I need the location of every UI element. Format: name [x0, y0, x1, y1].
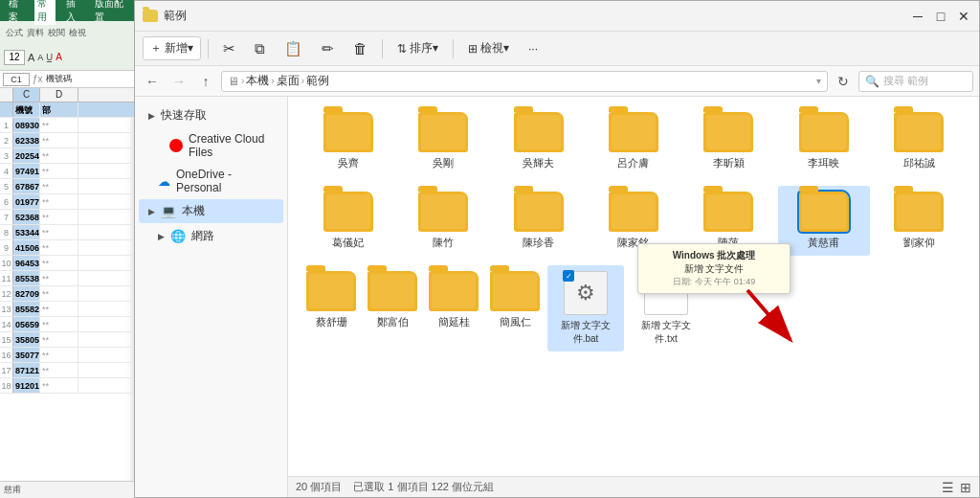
- folder-item[interactable]: 李珥映: [778, 106, 869, 176]
- folder-item[interactable]: 陳珍香: [493, 186, 584, 256]
- excel-cell-d[interactable]: **: [40, 133, 78, 147]
- excel-font-a-small[interactable]: A: [37, 53, 43, 62]
- folder-item[interactable]: 劉家仰: [874, 186, 965, 256]
- excel-cell-d[interactable]: **: [40, 194, 78, 209]
- bat-file-item[interactable]: ⚙ 新增 文字文件.bat: [547, 265, 624, 351]
- folder-item[interactable]: 簡延桂: [425, 265, 482, 335]
- sidebar-item-this-pc[interactable]: ▶ 💻 本機: [139, 199, 283, 223]
- excel-cell-d[interactable]: **: [40, 179, 78, 193]
- excel-cell-d[interactable]: **: [40, 210, 78, 224]
- excel-cell-c[interactable]: 8553854: [13, 271, 40, 285]
- path-part-pc[interactable]: 本機: [246, 73, 269, 89]
- excel-cell-c[interactable]: 3580501: [13, 332, 40, 347]
- excel-cell-d[interactable]: **: [40, 118, 78, 132]
- sidebar-item-network[interactable]: ▶ 🌐 網路: [139, 224, 283, 248]
- excel-cell-d[interactable]: **: [40, 332, 78, 347]
- excel-cell-c[interactable]: 2025429: [13, 148, 40, 163]
- folder-item[interactable]: 呂介膚: [588, 106, 679, 176]
- folder-item[interactable]: 李昕穎: [683, 106, 774, 176]
- delete-button[interactable]: 🗑: [345, 36, 375, 60]
- excel-cell-d[interactable]: **: [40, 348, 78, 362]
- search-box[interactable]: 🔍 搜尋 範例: [858, 71, 973, 92]
- excel-name-box[interactable]: C1: [3, 73, 30, 86]
- excel-font-size[interactable]: 12: [4, 50, 25, 65]
- view-button[interactable]: ⊞ 檢視▾: [460, 36, 517, 60]
- forward-button[interactable]: →: [167, 70, 190, 93]
- excel-cell-c[interactable]: 9749186: [13, 164, 40, 178]
- sidebar-item-onedrive[interactable]: ☁ OneDrive - Personal: [139, 164, 283, 198]
- excel-tab-insert[interactable]: 插入: [63, 0, 84, 25]
- path-dropdown-chevron[interactable]: ▾: [816, 76, 821, 86]
- excel-cell-c[interactable]: 5334402: [13, 225, 40, 239]
- excel-cell-c[interactable]: 6233898: [13, 133, 40, 147]
- maximize-button[interactable]: □: [933, 9, 948, 24]
- folder-item[interactable]: 陳萍: [683, 186, 774, 256]
- back-button[interactable]: ←: [141, 70, 164, 93]
- excel-sheet-tab[interactable]: 慈甫: [4, 484, 21, 496]
- close-button[interactable]: ✕: [956, 9, 971, 24]
- minimize-button[interactable]: ─: [910, 9, 925, 24]
- excel-cell-d[interactable]: **: [40, 317, 78, 331]
- folder-item[interactable]: 陳竹: [397, 186, 488, 256]
- excel-cell-c[interactable]: 9120156: [13, 378, 40, 393]
- excel-cell-c[interactable]: 9645384: [13, 256, 40, 270]
- copy-button[interactable]: ⧉: [247, 36, 273, 61]
- folder-item[interactable]: 吳輝夫: [493, 106, 584, 176]
- excel-underline-btn[interactable]: U̲: [46, 52, 53, 62]
- excel-cell-d[interactable]: **: [40, 302, 78, 316]
- excel-col-c[interactable]: C: [13, 88, 40, 102]
- excel-tab-review[interactable]: 校閱: [48, 27, 65, 39]
- excel-cell-c[interactable]: 0565946: [13, 317, 40, 331]
- grid-view-button[interactable]: ⊞: [960, 480, 971, 495]
- folder-item[interactable]: 簡風仁: [486, 265, 544, 335]
- excel-cell-d[interactable]: **: [40, 148, 78, 163]
- excel-cell-d[interactable]: **: [40, 378, 78, 393]
- paste-button[interactable]: 📋: [277, 36, 310, 61]
- up-button[interactable]: ↑: [194, 70, 217, 93]
- excel-cell-d[interactable]: **: [40, 240, 78, 255]
- excel-tab-view[interactable]: 檢視: [69, 27, 86, 39]
- sidebar-item-quick-access[interactable]: ▶ 快速存取: [139, 103, 283, 127]
- list-view-button[interactable]: ☰: [942, 480, 954, 495]
- excel-cell-c[interactable]: 8712132: [13, 363, 40, 377]
- folder-item[interactable]: 黃慈甫: [778, 186, 869, 256]
- sidebar-item-creative-cloud[interactable]: Creative Cloud Files: [139, 128, 283, 163]
- txt-file-item[interactable]: 新增 文字文件.txt Windows 批次處理 新增 文字文件 日期: 今天 …: [628, 265, 704, 351]
- excel-cell-d[interactable]: **: [40, 225, 78, 239]
- excel-tab-layout[interactable]: 版面配置: [92, 0, 128, 25]
- more-button[interactable]: ···: [521, 38, 546, 59]
- excel-cell-d[interactable]: **: [40, 286, 78, 301]
- folder-item[interactable]: 吳剛: [397, 106, 488, 176]
- excel-cell-c[interactable]: 0197754: [13, 194, 40, 209]
- excel-cell-d[interactable]: **: [40, 256, 78, 270]
- folder-item[interactable]: 邱祐誠: [874, 106, 965, 176]
- excel-cell-c[interactable]: 0893032: [13, 118, 40, 132]
- path-part-desktop[interactable]: 桌面: [277, 73, 300, 89]
- excel-tab-home[interactable]: 常用: [34, 0, 56, 25]
- excel-cell-d[interactable]: **: [40, 271, 78, 285]
- excel-cell-c[interactable]: 4150640: [13, 240, 40, 255]
- excel-cell-d[interactable]: **: [40, 164, 78, 178]
- refresh-button[interactable]: ↻: [832, 70, 855, 93]
- cut-button[interactable]: ✂: [215, 36, 243, 61]
- excel-cell-c[interactable]: 8558277: [13, 302, 40, 316]
- address-path[interactable]: 🖥 › 本機 › 桌面 › 範例 ▾: [221, 71, 828, 92]
- folder-item[interactable]: 鄭富伯: [364, 265, 421, 335]
- folder-item[interactable]: 蔡舒珊: [302, 265, 360, 335]
- path-part-folder[interactable]: 範例: [306, 73, 329, 89]
- folder-item[interactable]: 葛儀妃: [302, 186, 393, 256]
- excel-tab-file[interactable]: 檔案: [6, 0, 27, 25]
- excel-cell-c[interactable]: 6786719: [13, 179, 40, 193]
- excel-cell-c[interactable]: 3507713: [13, 348, 40, 362]
- excel-font-a-large[interactable]: A: [28, 52, 34, 63]
- folder-item[interactable]: 陳家銘: [588, 186, 679, 256]
- folder-item[interactable]: 吳齊: [302, 106, 393, 176]
- excel-cell-c[interactable]: 8270932: [13, 286, 40, 301]
- sort-button[interactable]: ⇅ 排序▾: [390, 36, 446, 60]
- excel-col-d[interactable]: D: [40, 88, 78, 102]
- excel-cell-c[interactable]: 5236838: [13, 210, 40, 224]
- new-button[interactable]: ＋ 新增▾: [143, 36, 201, 60]
- excel-tab-formula[interactable]: 公式: [6, 27, 23, 39]
- excel-cell-d[interactable]: **: [40, 363, 78, 377]
- excel-font-color-btn[interactable]: A: [56, 52, 62, 62]
